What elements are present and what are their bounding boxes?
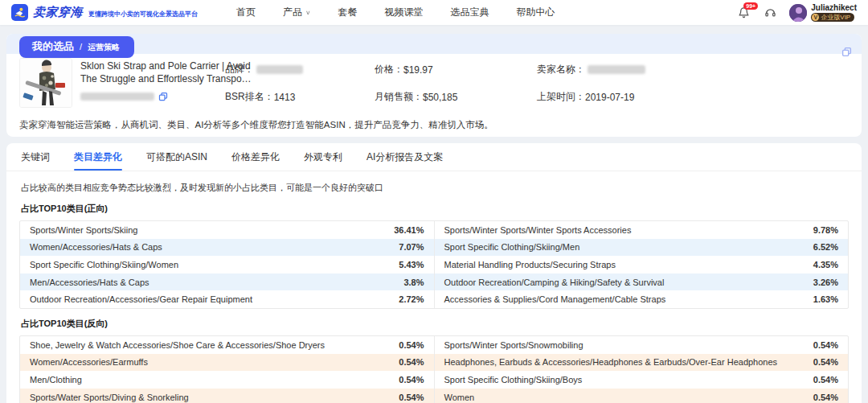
duplicate-window-icon[interactable] <box>841 46 852 60</box>
table-row: Women/Accessories/Earmuffs0.54% Headphon… <box>20 354 848 372</box>
listed-date-field: 上架时间：2019-07-19 <box>537 90 634 104</box>
notification-bell-icon[interactable]: 99+ <box>736 6 751 20</box>
breadcrumb-operation-strategy[interactable]: 运营策略 <box>88 42 120 53</box>
nav-item-products[interactable]: 产品∨ <box>283 6 311 19</box>
table-row: Sports/Winter Sports/Skiing36.41% Sports… <box>20 221 848 239</box>
copy-icon[interactable] <box>158 92 168 101</box>
nav-item-home[interactable]: 首页 <box>236 6 256 19</box>
redacted-asin <box>80 93 154 101</box>
vip-badge: V 企业版VIP <box>811 13 854 22</box>
monthly-sales-field: 月销售额：$50,185 <box>375 90 457 104</box>
category-hint-text: 占比较高的类目相应竞争势态比较激烈，及时发现新的小占比类目，可能是一个良好的突破… <box>21 182 847 194</box>
brand-logo-icon[interactable] <box>11 4 28 21</box>
breadcrumb-my-selection[interactable]: 我的选品 <box>32 39 74 54</box>
tab-category-differentiation[interactable]: 类目差异化 <box>74 143 122 171</box>
tab-ai-report[interactable]: AI分析报告及文案 <box>366 143 443 171</box>
vip-v-icon: V <box>812 14 819 21</box>
negative-section-heading: 占比TOP10类目(反向) <box>21 318 847 330</box>
positive-category-table: Sports/Winter Sports/Skiing36.41% Sports… <box>19 220 849 309</box>
main-nav: 首页 产品∨ 套餐 视频课堂 选品宝典 帮助中心 <box>236 6 555 19</box>
positive-section-heading: 占比TOP10类目(正向) <box>21 203 847 215</box>
table-row: Shoe, Jewelry & Watch Accessories/Shoe C… <box>20 336 848 354</box>
customer-service-headset-icon[interactable] <box>763 6 777 20</box>
tab-keywords[interactable]: 关键词 <box>21 143 50 171</box>
redacted-brand <box>256 65 303 74</box>
seller-name-field: 卖家名称： <box>537 63 645 76</box>
nav-item-help-center[interactable]: 帮助中心 <box>517 6 555 19</box>
navbar-right: 99+ Juliazhikect V 企业版VIP <box>736 4 857 22</box>
tab-matching-asin[interactable]: 可搭配的ASIN <box>146 143 207 171</box>
strategy-intro-text: 卖家穿海智能运营策略，从商机词、类目、AI分析等多个维度帮您打造智能ASIN，提… <box>19 119 493 131</box>
nav-item-plans[interactable]: 套餐 <box>338 6 358 19</box>
chevron-down-icon: ∨ <box>305 10 311 16</box>
nav-item-selection-guide[interactable]: 选品宝典 <box>451 6 489 19</box>
avatar[interactable] <box>789 4 807 22</box>
username: Juliazhikect <box>811 4 857 12</box>
price-field: 价格：$19.97 <box>375 63 433 76</box>
top-navbar: 卖家穿海 更懂跨境中小卖的可视化全景选品平台 首页 产品∨ 套餐 视频课堂 选品… <box>0 0 868 25</box>
breadcrumb[interactable]: 我的选品 / 运营策略 <box>19 36 134 58</box>
table-row: Sports/Water Sports/Diving & Snorkeling0… <box>20 389 848 403</box>
notification-count-badge: 99+ <box>743 2 758 10</box>
table-row: Women/Accessories/Hats & Caps7.07% Sport… <box>20 239 848 257</box>
analysis-tabbar: 关键词 类目差异化 可搭配的ASIN 价格差异化 外观专利 AI分析报告及文案 <box>6 143 862 171</box>
bsr-field: BSR排名：1413 <box>225 90 295 104</box>
user-meta: Juliazhikect V 企业版VIP <box>811 4 857 22</box>
brand-tagline: 更懂跨境中小卖的可视化全景选品平台 <box>88 10 198 19</box>
redacted-seller <box>588 65 645 74</box>
card-header-band <box>6 34 862 54</box>
brand-name[interactable]: 卖家穿海 <box>33 5 83 20</box>
product-asin-row <box>80 92 168 101</box>
negative-category-table: Shoe, Jewelry & Watch Accessories/Shoe C… <box>19 335 849 403</box>
nav-item-video-class[interactable]: 视频课堂 <box>385 6 424 19</box>
table-row: Outdoor Recreation/Accessories/Gear Repa… <box>20 290 848 308</box>
table-row: Men/Accessories/Hats & Caps3.8% Outdoor … <box>20 273 848 291</box>
table-row: Sport Specific Clothing/Skiing/Women5.43… <box>20 256 848 273</box>
user-account[interactable]: Juliazhikect V 企业版VIP <box>789 4 857 22</box>
analysis-card: 关键词 类目差异化 可搭配的ASIN 价格差异化 外观专利 AI分析报告及文案 … <box>6 143 862 403</box>
brand-field: 品牌： <box>225 63 303 76</box>
product-image[interactable] <box>19 58 72 108</box>
tab-price-differentiation[interactable]: 价格差异化 <box>231 143 280 171</box>
tab-design-patent[interactable]: 外观专利 <box>304 143 342 171</box>
swimmer-glyph <box>14 6 26 19</box>
table-row: Men/Clothing0.54% Sport Specific Clothin… <box>20 371 848 389</box>
product-summary-card: 我的选品 / 运营策略 Sklon Ski Strap and Pole Car… <box>6 34 862 137</box>
